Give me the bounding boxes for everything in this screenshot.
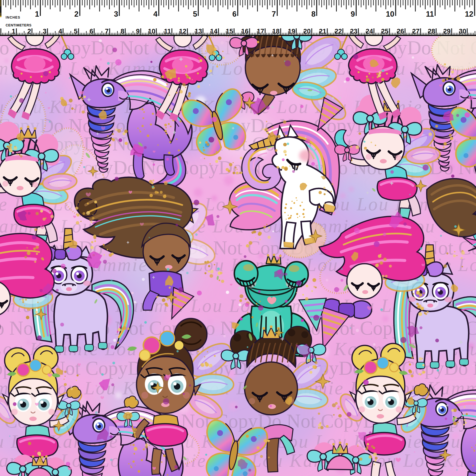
svg-text:7: 7: [272, 10, 276, 18]
svg-text:16: 16: [241, 28, 249, 35]
svg-text:17: 17: [257, 28, 264, 35]
svg-text:27: 27: [412, 28, 420, 35]
svg-text:6: 6: [232, 10, 237, 18]
svg-text:5: 5: [74, 28, 78, 35]
svg-text:10: 10: [148, 28, 155, 35]
svg-text:CENTIMETERS: CENTIMETERS: [6, 23, 32, 27]
svg-text:29: 29: [443, 28, 451, 35]
svg-text:11: 11: [426, 10, 434, 18]
svg-text:INCHES: INCHES: [6, 16, 20, 19]
svg-text:10: 10: [386, 10, 394, 18]
svg-text:14: 14: [210, 28, 218, 35]
svg-text:2: 2: [74, 10, 79, 18]
svg-text:8: 8: [120, 28, 124, 35]
svg-text:15: 15: [226, 28, 233, 35]
svg-text:23: 23: [350, 28, 357, 35]
svg-text:21: 21: [319, 28, 326, 35]
svg-text:12: 12: [179, 28, 187, 35]
svg-text:3: 3: [43, 28, 47, 35]
svg-text:1: 1: [12, 28, 16, 35]
svg-text:12: 12: [465, 10, 473, 18]
svg-text:19: 19: [288, 28, 295, 35]
svg-text:18: 18: [272, 28, 280, 35]
svg-text:8: 8: [311, 10, 316, 18]
svg-text:6: 6: [89, 28, 93, 35]
svg-text:26: 26: [397, 28, 404, 35]
svg-text:20: 20: [303, 28, 311, 35]
svg-text:4: 4: [58, 28, 62, 35]
svg-text:25: 25: [381, 28, 389, 35]
svg-text:7: 7: [105, 28, 109, 35]
svg-text:9: 9: [351, 10, 355, 18]
svg-text:3: 3: [114, 10, 118, 18]
svg-text:22: 22: [335, 28, 342, 35]
svg-text:24: 24: [366, 28, 373, 35]
svg-text:2: 2: [27, 28, 31, 35]
svg-text:5: 5: [193, 10, 197, 18]
svg-text:11: 11: [164, 28, 171, 35]
svg-text:9: 9: [136, 28, 140, 35]
svg-text:1: 1: [35, 10, 39, 18]
svg-text:4: 4: [153, 10, 158, 18]
svg-text:30: 30: [459, 28, 466, 35]
svg-text:13: 13: [195, 28, 202, 35]
svg-text:28: 28: [428, 28, 435, 35]
